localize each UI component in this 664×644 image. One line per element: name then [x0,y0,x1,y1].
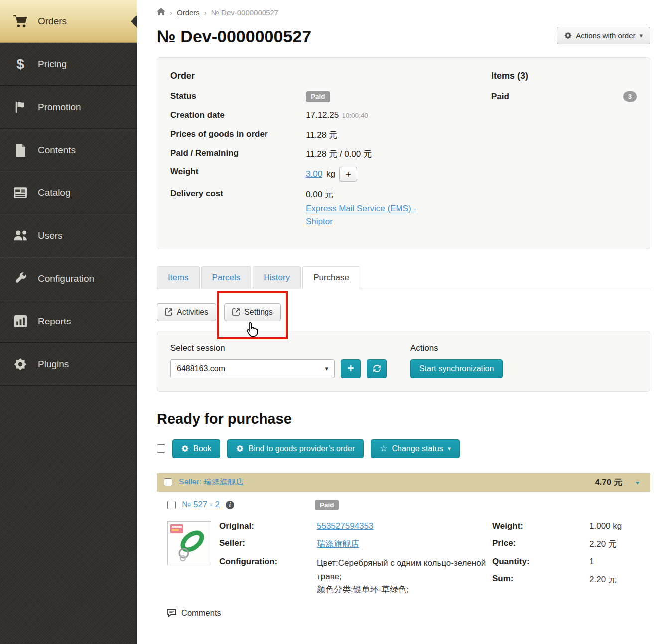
item-seller-link[interactable]: 瑞涤旗舰店 [317,539,359,549]
breadcrumb-separator: › [204,8,207,17]
add-weight-button[interactable]: + [339,167,357,182]
sidebar-item-label: Pricing [38,59,67,70]
creation-time-value: 10:00:40 [342,112,368,119]
breadcrumb-orders-link[interactable]: Orders [177,8,200,17]
gear-icon [12,358,29,371]
actions-label: Actions [410,343,503,353]
item-details-right: Weight: 1.000 kg Price: 2.20 元 Quantity:… [492,521,647,596]
sidebar-item-catalog[interactable]: Catalog [0,171,137,214]
prices-label: Prices of goods in order [170,129,306,139]
chevron-down-icon: ▾ [325,365,328,372]
sidebar-item-contents[interactable]: Contents [0,129,137,171]
item-weight-value: 1.000 kg [589,521,647,531]
status-label: Status [170,91,306,101]
paid-remaining-value: 11.28 元 / 0.00 元 [306,148,372,160]
seller-select-checkbox[interactable] [164,478,172,486]
item-header: № 527 - 2 i Paid [167,500,647,511]
tab-history[interactable]: History [253,266,301,289]
main-content: › Orders › № Dev-0000000527 № Dev-000000… [137,0,664,644]
order-summary-panel: Order Status Paid Creation date 17.12.25… [157,57,650,249]
delivery-cost-value: 0.00 元 [306,189,436,200]
session-select[interactable]: 6488163.com ▾ [170,359,335,378]
order-item-card: № 527 - 2 i Paid O [157,492,650,644]
sidebar-item-label: Orders [38,16,67,27]
sidebar: Orders $ Pricing Promotion Contents Cata… [0,0,137,644]
bulk-select-checkbox[interactable] [157,444,165,453]
breadcrumb-separator: › [170,8,172,17]
item-select-checkbox[interactable] [167,501,176,509]
items-heading: Items (3) [491,71,637,81]
select-session-label: Select session [170,343,387,353]
sidebar-item-pricing[interactable]: $ Pricing [0,43,137,86]
ready-for-purchase-heading: Ready for purchase [157,411,650,427]
session-actions-group: Actions Start synchronization [410,343,503,378]
title-row: № Dev-0000000527 Actions with order ▾ [157,27,650,46]
bind-to-provider-order-button[interactable]: Bind to goods provider’s order [227,439,364,458]
settings-wrap: Settings [224,303,281,321]
change-status-button[interactable]: ☆ Change status ▾ [371,439,460,458]
sidebar-item-users[interactable]: Users [0,214,137,257]
sidebar-item-configuration[interactable]: Configuration [0,257,137,300]
creation-date-label: Creation date [170,110,306,120]
item-price-value: 2.20 元 [589,538,647,550]
session-panel: Select session 6488163.com ▾ + Actions S… [157,331,650,392]
tab-purchase[interactable]: Purchase [302,266,360,289]
configuration-line-2: 颜色分类:银单环-草绿色; [317,583,486,596]
flag-icon [12,101,29,114]
activities-button[interactable]: Activities [157,303,216,321]
bulk-actions-row: Book Bind to goods provider’s order ☆ Ch… [157,439,650,458]
actions-with-order-label: Actions with order [576,31,635,40]
item-body: Original: 553527594353 Seller: 瑞涤旗舰店 Con… [167,521,647,596]
wrench-icon [12,272,29,285]
sidebar-item-plugins[interactable]: Plugins [0,343,137,386]
original-label: Original: [219,521,317,531]
order-items-column: Items (3) Paid 3 [491,71,637,236]
settings-button[interactable]: Settings [224,303,281,321]
configuration-line-1: Цвет:Серебряный с одним кольцо-зеленой т… [317,557,486,583]
bar-chart-icon [12,315,29,327]
refresh-icon [373,364,381,373]
sidebar-item-label: Catalog [38,187,71,198]
configuration-label: Configuration: [219,557,317,596]
sidebar-item-label: Reports [38,316,71,327]
creation-date-row: Creation date 17.12.2510:00:40 [170,110,491,122]
tab-parcels[interactable]: Parcels [201,266,252,289]
settings-label: Settings [244,308,273,317]
seller-group-link[interactable]: Seller: 瑞涤旗舰店 [179,477,244,487]
info-icon[interactable]: i [226,501,234,509]
collapse-caret-icon[interactable]: ▾ [636,479,639,486]
list-icon [12,187,29,199]
item-number-link[interactable]: № 527 - 2 [182,500,220,510]
sidebar-item-orders[interactable]: Orders [0,0,137,43]
tab-items[interactable]: Items [157,266,200,289]
seller-group-total: 4.70 元 [595,477,622,488]
session-selected-value: 6488163.com [177,364,225,373]
app-window: Orders $ Pricing Promotion Contents Cata… [0,0,664,644]
weight-label: Weight [170,167,306,177]
original-id-link[interactable]: 553527594353 [317,521,373,531]
refresh-sessions-button[interactable] [367,359,387,378]
order-details-column: Order Status Paid Creation date 17.12.25… [170,71,491,236]
home-icon[interactable] [157,8,165,17]
sidebar-item-promotion[interactable]: Promotion [0,86,137,129]
weight-value-link[interactable]: 3.00 [306,169,322,179]
comment-icon [167,609,177,617]
configuration-value: Цвет:Серебряный с одним кольцо-зеленой т… [317,557,486,596]
status-badge: Paid [306,91,330,102]
item-weight-label: Weight: [492,521,589,531]
delivery-method-link[interactable]: Express Mail Service (EMS) - Shiptor [306,202,436,229]
start-synchronization-button[interactable]: Start synchronization [410,359,503,378]
book-button[interactable]: Book [172,439,220,458]
item-seller-label: Seller: [219,538,317,550]
activities-label: Activities [177,308,208,317]
actions-with-order-button[interactable]: Actions with order ▾ [557,27,650,44]
external-link-icon [165,308,172,316]
sidebar-item-reports[interactable]: Reports [0,300,137,343]
chevron-down-icon: ▾ [639,32,643,39]
add-session-button[interactable]: + [341,359,361,378]
comments-toggle[interactable]: Comments [167,608,647,618]
purchase-toolbar: Activities Settings [157,303,650,321]
prices-value: 11.28 元 [306,129,337,141]
paid-remaining-row: Paid / Remaining 11.28 元 / 0.00 元 [170,148,491,160]
product-thumbnail[interactable] [167,521,211,565]
